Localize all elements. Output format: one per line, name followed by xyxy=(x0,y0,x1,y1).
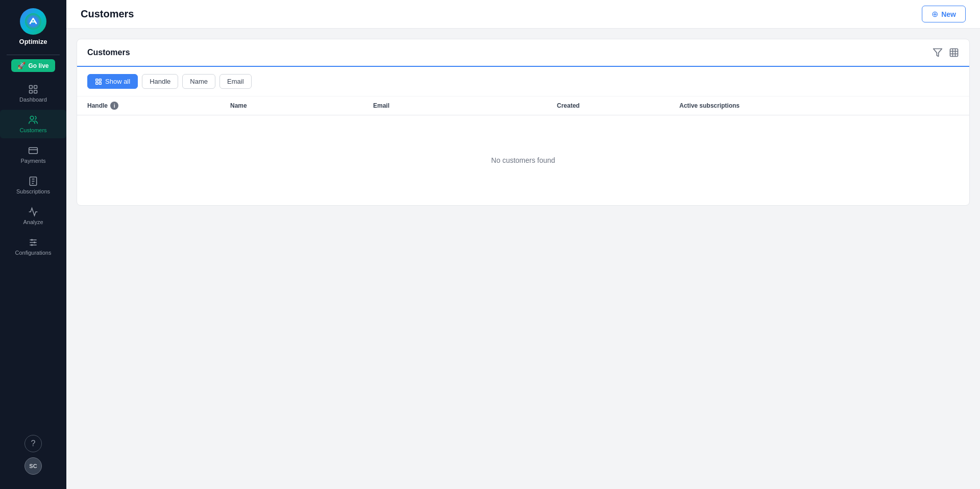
sidebar-divider xyxy=(7,55,60,55)
sidebar-item-label: Customers xyxy=(19,127,46,133)
th-email: Email xyxy=(373,102,557,110)
columns-icon[interactable] xyxy=(949,47,959,58)
svg-point-12 xyxy=(34,241,35,243)
filter-name[interactable]: Name xyxy=(182,74,215,89)
payments-icon xyxy=(28,145,38,156)
sidebar-item-configurations[interactable]: Configurations xyxy=(0,232,66,261)
rocket-icon: 🚀 xyxy=(17,62,26,69)
plus-icon: ⊕ xyxy=(932,9,938,19)
svg-marker-14 xyxy=(934,49,942,57)
th-active-subscriptions: Active subscriptions xyxy=(679,102,959,110)
sidebar-item-subscriptions[interactable]: Subscriptions xyxy=(0,171,66,200)
analyze-icon xyxy=(28,207,38,217)
sidebar-nav: Dashboard Customers Payments xyxy=(0,79,66,435)
sidebar: Optimize 🚀 Go live Dashboard Customers xyxy=(0,0,66,489)
avatar-label: SC xyxy=(29,463,37,469)
svg-rect-3 xyxy=(30,90,33,93)
table-header: Handle i Name Email Created Active subsc… xyxy=(77,96,969,115)
sidebar-item-label: Dashboard xyxy=(19,96,47,103)
svg-rect-17 xyxy=(99,79,101,81)
handle-info-icon[interactable]: i xyxy=(110,102,118,110)
svg-point-11 xyxy=(31,239,33,240)
filter-icon[interactable] xyxy=(933,47,943,58)
card-actions xyxy=(933,47,959,58)
svg-point-13 xyxy=(31,244,33,246)
filter-email[interactable]: Email xyxy=(219,74,252,89)
sidebar-item-label: Configurations xyxy=(15,250,52,256)
help-icon: ? xyxy=(31,439,36,448)
top-header: Customers ⊕ New xyxy=(66,0,980,29)
svg-rect-15 xyxy=(950,49,958,57)
app-name: Optimize xyxy=(19,38,47,45)
show-all-icon xyxy=(95,78,102,85)
empty-state: No customers found xyxy=(77,115,969,205)
sidebar-item-dashboard[interactable]: Dashboard xyxy=(0,79,66,108)
th-name: Name xyxy=(230,102,373,110)
filter-show-all[interactable]: Show all xyxy=(87,74,138,89)
sidebar-bottom: ? SC xyxy=(24,435,42,481)
svg-point-5 xyxy=(30,116,34,120)
page-title: Customers xyxy=(81,8,134,20)
customers-table: Handle i Name Email Created Active subsc… xyxy=(77,96,969,205)
card-title: Customers xyxy=(87,48,130,57)
svg-rect-6 xyxy=(29,148,38,154)
dashboard-icon xyxy=(28,84,38,94)
configurations-icon xyxy=(28,237,38,248)
filter-handle[interactable]: Handle xyxy=(142,74,178,89)
avatar[interactable]: SC xyxy=(24,457,42,475)
main-content: Customers ⊕ New Customers xyxy=(66,0,980,489)
empty-message: No customers found xyxy=(491,156,555,164)
svg-rect-4 xyxy=(34,90,37,93)
sidebar-item-analyze[interactable]: Analyze xyxy=(0,202,66,230)
sidebar-item-label: Payments xyxy=(21,158,46,164)
go-live-button[interactable]: 🚀 Go live xyxy=(11,59,55,72)
card-header: Customers xyxy=(77,39,969,67)
content-area: Customers xyxy=(66,29,980,489)
th-created: Created xyxy=(557,102,679,110)
svg-rect-16 xyxy=(96,79,98,81)
filter-row: Show all Handle Name Email xyxy=(77,67,969,96)
sidebar-item-payments[interactable]: Payments xyxy=(0,140,66,169)
th-handle: Handle i xyxy=(87,102,230,110)
sidebar-item-customers[interactable]: Customers xyxy=(0,110,66,138)
help-button[interactable]: ? xyxy=(24,435,42,452)
app-logo[interactable] xyxy=(20,8,46,35)
subscriptions-icon xyxy=(28,176,38,186)
new-button[interactable]: ⊕ New xyxy=(922,6,966,22)
svg-rect-2 xyxy=(34,86,37,89)
sidebar-item-label: Analyze xyxy=(23,219,43,225)
customers-icon xyxy=(28,115,38,125)
svg-rect-1 xyxy=(30,86,33,89)
sidebar-item-label: Subscriptions xyxy=(16,188,50,194)
customers-card: Customers xyxy=(77,39,970,206)
svg-rect-18 xyxy=(96,82,98,84)
svg-rect-19 xyxy=(99,82,101,84)
